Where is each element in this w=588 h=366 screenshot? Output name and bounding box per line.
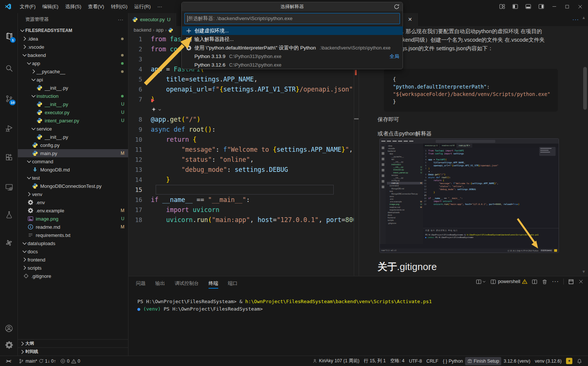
tree-item-backend[interactable]: backend (18, 51, 128, 59)
code-line-17[interactable]: 17 import uvicorn (128, 205, 354, 215)
settings-gear-icon[interactable] (0, 337, 18, 352)
tree-item-command[interactable]: command (18, 157, 128, 166)
code-line-18[interactable]: 18 uvicorn.run("main:app", host="127.0.0… (128, 215, 354, 225)
quickpick-item-3[interactable]: Python 3.13.9C:\Python313\python.exe全局 (182, 52, 403, 61)
code-line-16[interactable]: 16if __name__ == "__main__": (423, 197, 557, 200)
panel-tab-端口[interactable]: 端口 (228, 279, 238, 288)
tree-item-intent_parser.py[interactable]: intent_parser.pyU (18, 116, 128, 125)
inline-sparkle-widget[interactable] (128, 105, 354, 115)
source-control-icon[interactable]: 10 (0, 91, 18, 106)
eol-item[interactable]: CRLF (424, 357, 441, 365)
quickpick-item-1[interactable]: 输入解释器路径... (182, 35, 403, 44)
terminal-output[interactable]: PS H:\OwnProject\FilesReadSysteam> & h:\… (137, 298, 432, 312)
interpreter-input[interactable]: 所选解释器: .\backend\venv\Scripts\python.exe (184, 13, 400, 24)
code-line-2[interactable]: 2from config import settings (423, 152, 557, 155)
tree-item-service[interactable]: service (18, 125, 128, 133)
code-line-10[interactable]: 10 return { (128, 135, 354, 145)
tree-item-requirements.txt[interactable]: requirements.txt (18, 231, 128, 239)
maximize-icon[interactable] (562, 2, 572, 12)
tree-item-api[interactable]: api (18, 76, 128, 84)
quickpick-item-2[interactable]: 使用 \"python.defaultInterpreterPath\" 设置中… (182, 44, 403, 52)
code-line-15[interactable]: 15 (423, 194, 557, 197)
indentation-item[interactable]: 空格: 4 (388, 357, 407, 365)
git-branch-item[interactable]: main* 1↓ 0↑ (16, 357, 58, 365)
tree-item-data-uploads[interactable]: data\uploads (18, 239, 128, 247)
code-line-12[interactable]: 12 "status": "online", (423, 185, 557, 188)
code-line-10[interactable]: 10 return { (423, 179, 557, 182)
code-line-13[interactable]: 13 "debug_mode": settings.DEBUG (128, 165, 354, 175)
menu-item-2[interactable]: 选择(S) (62, 2, 85, 11)
quickpick-item-4[interactable]: Python 3.12.6C:\Python312\python.exe (182, 61, 403, 69)
tree-item-__init__.py[interactable]: __init__.py (18, 133, 128, 141)
tree-item-executor.py[interactable]: executor.pyU (18, 108, 128, 116)
terminal-instance-powershell[interactable]: powershell (490, 279, 527, 285)
timeline-section[interactable]: 时间线 (18, 347, 128, 356)
tree-item-docs[interactable]: docs (18, 247, 128, 256)
tree-item-MongoDB.md[interactable]: MongoDB.md (18, 166, 128, 174)
code-line-8[interactable]: 8@app.get("/") (128, 115, 354, 125)
tree-item-.env.example[interactable]: .env.exampleM (18, 206, 128, 215)
blame-item[interactable]: KiriAky 107 (1 周前) (310, 357, 362, 365)
notifications-bell-icon[interactable] (575, 357, 584, 365)
code-line-5[interactable]: 5 title=settings.APP_NAME, (423, 161, 557, 164)
tree-item-frontend[interactable]: frontend (18, 256, 128, 264)
extensions-icon[interactable] (0, 150, 18, 165)
close-panel-icon[interactable] (578, 279, 584, 284)
code-line-9[interactable]: 9async def root(): (423, 176, 557, 179)
panel-tab-问题[interactable]: 问题 (136, 279, 146, 288)
quickpick-item-0[interactable]: 创建虚拟环境... (182, 26, 403, 35)
customize-layout-icon[interactable] (497, 2, 507, 12)
tree-item-test[interactable]: test (18, 174, 128, 182)
panel-tab-终端[interactable]: 终端 (209, 279, 218, 288)
panel-tab-调试控制台[interactable]: 调试控制台 (175, 279, 199, 288)
explorer-root-section[interactable]: FILESREADSYSTEAM (18, 26, 128, 35)
scroll-up-icon[interactable]: ▲ (582, 15, 586, 20)
code-line-13[interactable]: 13 "debug_mode": settings.DEBUG (423, 188, 557, 191)
explorer-icon[interactable]: 1 (0, 29, 18, 44)
code-line-16[interactable]: 16if __name__ == "__main__": (128, 195, 354, 205)
refresh-icon[interactable] (394, 4, 400, 10)
tree-item-scripts[interactable]: scripts (18, 264, 128, 272)
tree-item-app[interactable]: app (18, 59, 128, 67)
testing-icon[interactable] (0, 207, 18, 222)
tree-item-MongoDBConnectionTest.py[interactable]: MongoDBConnectionTest.py (18, 182, 128, 190)
code-line-11[interactable]: 11 "message": f"Welcome to {settings.APP… (128, 145, 354, 155)
code-line-4[interactable]: 4app = FastAPI( (423, 158, 557, 161)
tree-item-config.py[interactable]: config.py (18, 141, 128, 149)
close-icon[interactable] (575, 2, 585, 12)
menu-item-5[interactable]: 运行(R) (131, 2, 154, 11)
code-line-3[interactable]: 3 (423, 155, 557, 158)
code-line-5[interactable]: 5 title=settings.APP_NAME, (128, 74, 354, 84)
kill-terminal-icon[interactable] (542, 279, 547, 285)
maximize-panel-icon[interactable] (568, 279, 574, 285)
encoding-item[interactable]: UTF-8 (407, 357, 424, 365)
more-actions-icon[interactable]: ··· (552, 278, 559, 285)
tree-item-.env[interactable]: .env (18, 198, 128, 206)
pinwheel-extension-icon[interactable] (0, 235, 18, 250)
venv-item[interactable]: venv (3.12.6) (533, 357, 564, 365)
code-line-14[interactable]: 14 } (128, 175, 354, 185)
outline-section[interactable]: 大纲 (18, 339, 128, 347)
panel-tab-输出[interactable]: 输出 (155, 279, 165, 288)
scrollbar-thumb[interactable] (583, 67, 587, 110)
problems-item[interactable]: 0 0 (58, 357, 82, 365)
tree-item-.gitignore[interactable]: .gitignore (18, 272, 128, 280)
code-line-11[interactable]: 11 "message": f"Welcome to {settings.APP… (423, 182, 557, 185)
code-line-1[interactable]: 1from fastapi import FastAPI (423, 149, 557, 152)
remote-explorer-icon[interactable] (0, 180, 18, 195)
code-line-7[interactable]: 7) (128, 94, 354, 105)
split-terminal-icon[interactable] (532, 279, 537, 285)
tree-item-instruction[interactable]: instruction (18, 92, 128, 100)
more-actions-icon[interactable]: ··· (118, 17, 124, 22)
copilot-icon[interactable]: ✦ (564, 357, 575, 365)
tree-item-.idea[interactable]: .idea (18, 35, 128, 43)
inline-sparkle-widget[interactable] (423, 170, 557, 173)
run-and-debug-icon[interactable] (0, 121, 18, 136)
search-icon[interactable] (0, 61, 18, 76)
tab-executor-py[interactable]: executor.py U (128, 13, 176, 26)
menu-item-6[interactable]: ··· (154, 3, 165, 10)
code-line-14[interactable]: 14 } (423, 191, 557, 194)
scroll-down-icon[interactable]: ▼ (582, 269, 586, 274)
launch-profile-icon[interactable] (476, 279, 486, 285)
code-editor[interactable]: 1from fastapi import FastAPI2from config… (128, 34, 354, 276)
